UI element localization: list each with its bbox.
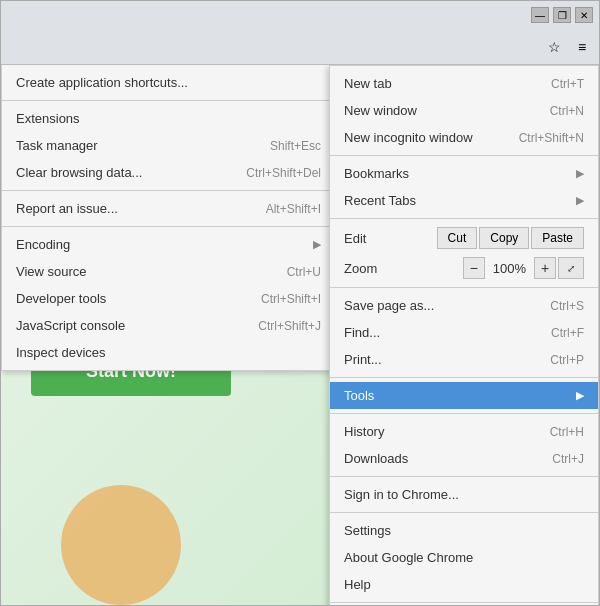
menu-item-incognito[interactable]: New incognito window Ctrl+Shift+N xyxy=(330,124,598,151)
menu-item-sign-in[interactable]: Sign in to Chrome... xyxy=(330,481,598,508)
menu-item-new-tab[interactable]: New tab Ctrl+T xyxy=(330,70,598,97)
menu-item-bookmarks[interactable]: Bookmarks ▶ xyxy=(330,160,598,187)
left-menu-item-extensions[interactable]: Extensions xyxy=(2,105,335,132)
menu-divider xyxy=(2,226,335,227)
left-menu-item-create-shortcuts[interactable]: Create application shortcuts... xyxy=(2,69,335,96)
menu-item-recent-tabs[interactable]: Recent Tabs ▶ xyxy=(330,187,598,214)
left-menu-item-view-source[interactable]: View source Ctrl+U xyxy=(2,258,335,285)
left-menu-item-developer-tools[interactable]: Developer tools Ctrl+Shift+I xyxy=(2,285,335,312)
edit-row: Edit Cut Copy Paste xyxy=(330,223,598,253)
menu-item-about[interactable]: About Google Chrome xyxy=(330,544,598,571)
browser-toolbar: ☆ ≡ xyxy=(1,29,599,65)
menu-divider xyxy=(330,413,598,414)
menu-item-print[interactable]: Print... Ctrl+P xyxy=(330,346,598,373)
menu-divider xyxy=(330,377,598,378)
zoom-in-button[interactable]: + xyxy=(534,257,556,279)
left-menu-item-js-console[interactable]: JavaScript console Ctrl+Shift+J xyxy=(2,312,335,339)
left-menu-item-task-manager[interactable]: Task manager Shift+Esc xyxy=(2,132,335,159)
menu-divider xyxy=(330,476,598,477)
left-menu-item-inspect-devices[interactable]: Inspect devices xyxy=(2,339,335,366)
chrome-main-menu: New tab Ctrl+T New window Ctrl+N New inc… xyxy=(329,65,599,605)
bookmark-icon[interactable]: ☆ xyxy=(543,36,565,58)
toolbar-right: ☆ ≡ xyxy=(543,36,593,58)
page-content: Suppo Search more effe Web Flipper. Star… xyxy=(1,65,599,605)
menu-item-new-window[interactable]: New window Ctrl+N xyxy=(330,97,598,124)
fullscreen-button[interactable]: ⤢ xyxy=(558,257,584,279)
menu-divider xyxy=(2,100,335,101)
copy-button[interactable]: Copy xyxy=(479,227,529,249)
tools-submenu-panel: Create application shortcuts... Extensio… xyxy=(1,65,336,371)
menu-item-settings[interactable]: Settings xyxy=(330,517,598,544)
menu-divider xyxy=(330,512,598,513)
menu-item-find[interactable]: Find... Ctrl+F xyxy=(330,319,598,346)
edit-label: Edit xyxy=(344,231,366,246)
left-menu-item-clear-browsing[interactable]: Clear browsing data... Ctrl+Shift+Del xyxy=(2,159,335,186)
paste-button[interactable]: Paste xyxy=(531,227,584,249)
zoom-row: Zoom − 100% + ⤢ xyxy=(330,253,598,283)
menu-divider xyxy=(330,602,598,603)
menu-divider xyxy=(330,155,598,156)
zoom-value: 100% xyxy=(485,261,534,276)
menu-divider xyxy=(330,287,598,288)
zoom-out-button[interactable]: − xyxy=(463,257,485,279)
zoom-label: Zoom xyxy=(344,261,377,276)
chrome-menu-icon[interactable]: ≡ xyxy=(571,36,593,58)
menu-item-downloads[interactable]: Downloads Ctrl+J xyxy=(330,445,598,472)
menu-item-save-page[interactable]: Save page as... Ctrl+S xyxy=(330,292,598,319)
menu-item-help[interactable]: Help xyxy=(330,571,598,598)
minimize-button[interactable]: — xyxy=(531,7,549,23)
left-menu-item-report-issue[interactable]: Report an issue... Alt+Shift+I xyxy=(2,195,335,222)
dropdown-overlay: Create application shortcuts... Extensio… xyxy=(1,65,599,605)
maximize-button[interactable]: ❐ xyxy=(553,7,571,23)
menu-divider xyxy=(330,218,598,219)
menu-item-tools[interactable]: Tools ▶ xyxy=(330,382,598,409)
menu-item-history[interactable]: History Ctrl+H xyxy=(330,418,598,445)
cut-button[interactable]: Cut xyxy=(437,227,478,249)
title-bar: — ❐ ✕ xyxy=(1,1,599,29)
close-button[interactable]: ✕ xyxy=(575,7,593,23)
left-menu-item-encoding[interactable]: Encoding ▶ xyxy=(2,231,335,258)
browser-window: — ❐ ✕ ☆ ≡ Suppo Search more effe Web Fli… xyxy=(0,0,600,606)
menu-divider xyxy=(2,190,335,191)
